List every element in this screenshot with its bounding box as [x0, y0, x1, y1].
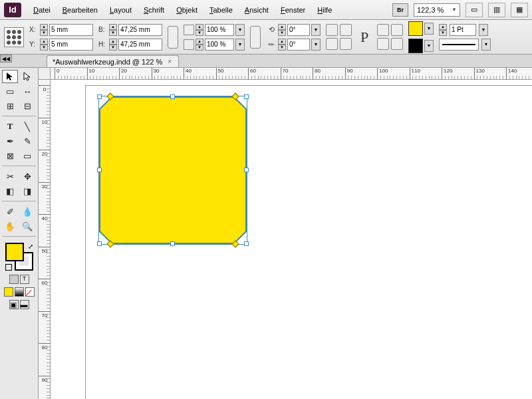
- gradient-swatch-tool[interactable]: ◧: [2, 184, 18, 198]
- resize-handle-b[interactable]: [170, 241, 175, 246]
- type-tool[interactable]: T: [2, 120, 18, 133]
- w-input[interactable]: [118, 24, 162, 36]
- document-tab[interactable]: *Auswahlwerkzeug.indd @ 122 % ×: [47, 55, 179, 67]
- constrain-scale-icon[interactable]: [250, 26, 261, 49]
- constrain-wh-icon[interactable]: [168, 26, 178, 49]
- pen-tool[interactable]: ✒: [2, 134, 18, 148]
- formatting-container-icon[interactable]: [9, 275, 19, 284]
- rotate-ccw-icon[interactable]: [340, 24, 352, 36]
- flip-h-icon[interactable]: [326, 38, 338, 50]
- shear-input[interactable]: [287, 39, 310, 51]
- menu-layout[interactable]: Layout: [104, 3, 137, 17]
- resize-handle-l[interactable]: [97, 168, 102, 172]
- panel-collapse-button[interactable]: ◀◀: [0, 55, 12, 63]
- menu-view[interactable]: Ansicht: [239, 3, 274, 17]
- swap-fill-stroke-icon[interactable]: ⤢: [28, 243, 33, 250]
- rotate-spinner[interactable]: ▲▼: [278, 24, 286, 36]
- zoom-level-dropdown[interactable]: 122,3 % ▼: [414, 3, 460, 17]
- scissors-tool[interactable]: ✂: [2, 170, 18, 183]
- x-input[interactable]: [49, 24, 93, 36]
- scale-y-dropdown[interactable]: ▼: [235, 39, 245, 51]
- arrange-documents-button[interactable]: ▦: [511, 3, 528, 17]
- selected-object[interactable]: [100, 97, 246, 243]
- resize-handle-br[interactable]: [244, 241, 249, 246]
- hand-tool[interactable]: ✋: [2, 219, 18, 233]
- scale-x-input[interactable]: [205, 24, 234, 36]
- selection-tool[interactable]: [2, 70, 18, 83]
- tab-close-icon[interactable]: ×: [166, 58, 173, 65]
- apply-color-icon[interactable]: [4, 287, 13, 297]
- select-container-icon[interactable]: [377, 24, 389, 36]
- rectangle-frame-tool[interactable]: ⊠: [2, 149, 18, 162]
- content-collector-tool[interactable]: ⊞: [2, 99, 18, 112]
- fill-dropdown[interactable]: ▼: [424, 23, 434, 35]
- line-tool[interactable]: ╲: [19, 120, 35, 133]
- resize-handle-tl[interactable]: [97, 94, 102, 99]
- resize-handle-r[interactable]: [244, 168, 249, 172]
- fill-stroke-proxy[interactable]: ⤢: [5, 243, 33, 271]
- bridge-button[interactable]: Br: [392, 3, 408, 17]
- ruler-origin[interactable]: [39, 68, 51, 80]
- screen-mode-button[interactable]: ▥: [488, 3, 505, 17]
- rotate-dropdown[interactable]: ▼: [311, 24, 321, 36]
- y-spinner[interactable]: ▲▼: [40, 39, 48, 51]
- scale-y-input[interactable]: [205, 39, 234, 51]
- gap-tool[interactable]: ↔: [19, 84, 35, 98]
- stroke-weight-input[interactable]: [450, 24, 476, 36]
- menu-table[interactable]: Tabelle: [204, 3, 238, 17]
- scale-x-spinner[interactable]: ▲▼: [196, 24, 203, 36]
- stroke-weight-dropdown[interactable]: ▼: [479, 24, 488, 36]
- stroke-style-dropdown[interactable]: [439, 39, 479, 51]
- shear-dropdown[interactable]: ▼: [311, 39, 321, 51]
- zoom-tool[interactable]: 🔍: [19, 219, 35, 233]
- resize-handle-bl[interactable]: [97, 241, 102, 246]
- note-tool[interactable]: ✐: [2, 205, 18, 218]
- pencil-tool[interactable]: ✎: [19, 134, 35, 148]
- fill-swatch[interactable]: [408, 21, 423, 36]
- select-next-icon[interactable]: [391, 38, 403, 50]
- menu-help[interactable]: Hilfe: [312, 3, 337, 17]
- x-spinner[interactable]: ▲▼: [40, 24, 48, 36]
- free-transform-tool[interactable]: ✥: [19, 170, 35, 183]
- content-placer-tool[interactable]: ⊟: [19, 99, 35, 112]
- resize-handle-t[interactable]: [170, 94, 175, 99]
- default-fill-stroke-icon[interactable]: [5, 264, 12, 271]
- scale-x-dropdown[interactable]: ▼: [235, 24, 245, 36]
- menu-type[interactable]: Schrift: [138, 3, 170, 17]
- resize-handle-tr[interactable]: [244, 94, 249, 99]
- rotate-input[interactable]: [287, 24, 310, 36]
- shear-spinner[interactable]: ▲▼: [278, 39, 286, 51]
- scale-y-spinner[interactable]: ▲▼: [196, 39, 203, 51]
- select-prev-icon[interactable]: [377, 38, 389, 50]
- formatting-text-icon[interactable]: T: [20, 275, 29, 284]
- preview-view-icon[interactable]: ▬: [20, 300, 29, 309]
- apply-gradient-icon[interactable]: [15, 287, 24, 297]
- rotate-cw-icon[interactable]: [326, 24, 338, 36]
- menu-file[interactable]: Datei: [28, 3, 56, 17]
- vertical-ruler[interactable]: 0102030405060708090: [39, 80, 51, 399]
- stroke-weight-spinner[interactable]: ▲▼: [439, 24, 447, 36]
- stroke-swatch[interactable]: [408, 39, 423, 53]
- view-options-button[interactable]: ▭: [466, 3, 483, 17]
- menu-window[interactable]: Fenster: [275, 3, 311, 17]
- menu-edit[interactable]: Bearbeiten: [57, 3, 103, 17]
- stroke-dropdown[interactable]: ▼: [424, 40, 434, 52]
- select-content-icon[interactable]: [391, 24, 403, 36]
- horizontal-ruler[interactable]: 0102030405060708090100110120130140: [51, 68, 532, 80]
- fill-proxy[interactable]: [5, 243, 24, 261]
- rectangle-tool[interactable]: ▭: [19, 149, 35, 162]
- flip-v-icon[interactable]: [340, 38, 352, 50]
- apply-none-icon[interactable]: [25, 287, 35, 297]
- normal-view-icon[interactable]: ▣: [9, 300, 19, 309]
- menu-object[interactable]: Objekt: [171, 3, 203, 17]
- reference-point-grid[interactable]: [4, 27, 24, 47]
- h-input[interactable]: [118, 39, 162, 51]
- y-input[interactable]: [49, 39, 93, 51]
- gradient-feather-tool[interactable]: ◨: [19, 184, 35, 198]
- eyedropper-tool[interactable]: 💧: [19, 205, 35, 218]
- h-spinner[interactable]: ▲▼: [109, 39, 117, 51]
- stroke-style-arrow[interactable]: ▼: [481, 39, 491, 51]
- w-spinner[interactable]: ▲▼: [109, 24, 117, 36]
- canvas[interactable]: 0102030405060708090100110120130140 01020…: [39, 68, 532, 399]
- page-tool[interactable]: ▭: [2, 84, 18, 98]
